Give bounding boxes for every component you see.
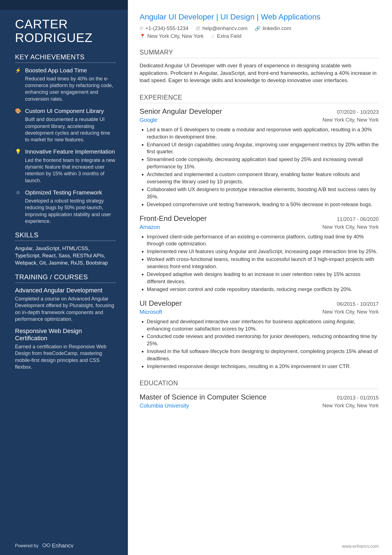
achievement-title: Custom UI Component Library: [25, 107, 116, 115]
brand-logo: Enhancv: [43, 542, 74, 549]
achievement-item: 💡 Innovative Feature Implementation Led …: [15, 148, 116, 184]
experience-title: Front-End Developer: [140, 214, 207, 223]
powered-by-label: Powered by: [15, 543, 39, 548]
skills-text: Angular, JavaScript, HTML/CSS, TypeScrip…: [15, 245, 116, 267]
experience-bullets: Led a team of 5 developers to create a m…: [140, 126, 379, 208]
experience-bullet: Conducted code reviews and provided ment…: [147, 333, 379, 347]
experience-bullet: Implemented new UI features using Angula…: [147, 248, 379, 255]
section-title-achievements: KEY ACHIEVEMENTS: [15, 53, 116, 63]
experience-item: Front-End Developer 11/2017 - 06/2020 Am…: [140, 214, 379, 293]
extra-text: Extra Field: [217, 33, 241, 39]
section-title-training: TRAINING / COURSES: [15, 273, 116, 283]
experience-bullets: Improved client-side performance of an e…: [140, 233, 379, 293]
experience-item: Senior Angular Developer 07/2020 - 10/20…: [140, 107, 379, 208]
course-desc: Earned a certification in Responsive Web…: [15, 343, 116, 370]
achievement-desc: Developed a robust testing strategy redu…: [25, 198, 116, 225]
infinity-icon: [43, 542, 50, 549]
phone-text: +1-(234)-555-1234: [145, 25, 188, 31]
summary-section: SUMMARY Dedicated Angular UI Developer w…: [140, 49, 379, 84]
link-text: linkedin.com: [262, 25, 291, 31]
experience-location: New York City, New York: [322, 309, 379, 315]
at-icon: @: [196, 26, 200, 31]
achievement-desc: Built and documented a reusable UI compo…: [25, 116, 116, 143]
experience-bullet: Streamlined code complexity, decreasing …: [147, 156, 379, 170]
section-title-experience: EXPERIENCE: [140, 94, 379, 103]
achievement-item: ☆ Optimized Testing Framework Developed …: [15, 189, 116, 225]
email-text: help@enhancv.com: [202, 25, 247, 31]
course-desc: Completed a course on Advanced Angular D…: [15, 295, 116, 322]
contact-location: 📍 New York City, New York: [140, 33, 204, 39]
course-item: Responsive Web Design Certification Earn…: [15, 327, 116, 370]
experience-bullet: Involved in the full software lifecycle …: [147, 348, 379, 362]
section-title-skills: SKILLS: [15, 231, 116, 241]
experience-bullet: Worked with cross-functional teams, resu…: [147, 256, 379, 270]
experience-dates: 06/2015 - 10/2017: [337, 301, 379, 307]
footer-left: Powered by Enhancv: [15, 542, 73, 549]
headline: Angular UI Developer | UI Design | Web A…: [140, 13, 379, 21]
achievement-desc: Reduced load times by 40% on the e-comme…: [25, 75, 116, 102]
education-title: Master of Science in Computer Science: [140, 393, 267, 401]
contact-link: 🔗 linkedin.com: [255, 25, 291, 31]
course-title: Advanced Angular Development: [15, 287, 116, 294]
experience-company: Google: [140, 117, 158, 123]
brand-name: Enhancv: [52, 542, 74, 549]
footer-url: www.enhancv.com: [342, 544, 379, 549]
experience-bullet: Led a team of 5 developers to create a m…: [147, 126, 379, 140]
education-item: Master of Science in Computer Science 01…: [140, 393, 379, 409]
candidate-name: CARTER RODRIGUEZ: [15, 18, 116, 45]
summary-text: Dedicated Angular UI Developer with over…: [140, 62, 379, 84]
main-content: Angular UI Developer | UI Design | Web A…: [128, 0, 392, 555]
section-title-education: EDUCATION: [140, 379, 379, 389]
location-icon: 📍: [140, 33, 145, 39]
experience-item: UI Developer 06/2015 - 10/2017 Microsoft…: [140, 299, 379, 370]
achievement-desc: Led the frontend team to integrate a new…: [25, 157, 116, 184]
experience-title: Senior Angular Developer: [140, 107, 222, 116]
achievement-title: Boosted App Load Time: [25, 67, 116, 74]
experience-section: EXPERIENCE Senior Angular Developer 07/2…: [140, 94, 379, 370]
achievement-icon: ☆: [15, 189, 21, 225]
experience-bullet: Managed version control and code reposit…: [147, 286, 379, 293]
experience-company: Amazon: [140, 224, 160, 230]
link-icon: 🔗: [255, 26, 260, 31]
experience-title: UI Developer: [140, 299, 182, 308]
education-school: Columbia University: [140, 403, 189, 409]
experience-bullet: Architected and implemented a custom com…: [147, 171, 379, 185]
contact-row-2: 📍 New York City, New York ☆ Extra Field: [140, 33, 379, 39]
experience-bullets: Designed and developed interactive user …: [140, 318, 379, 370]
achievement-icon: 💡: [15, 149, 21, 184]
achievement-item: ⚡ Boosted App Load Time Reduced load tim…: [15, 67, 116, 102]
achievement-item: 🎨 Custom UI Component Library Built and …: [15, 107, 116, 143]
experience-company: Microsoft: [140, 309, 162, 315]
experience-bullet: Enhanced UI design capabilities using An…: [147, 141, 379, 156]
experience-bullet: Implemented responsive design techniques…: [147, 363, 379, 370]
experience-dates: 11/2017 - 06/2020: [337, 216, 379, 222]
sidebar-accent-strip: [0, 0, 128, 10]
sidebar: CARTER RODRIGUEZ KEY ACHIEVEMENTS ⚡ Boos…: [0, 0, 128, 555]
experience-bullet: Improved client-side performance of an e…: [147, 233, 379, 248]
training-list: Advanced Angular Development Completed a…: [15, 287, 116, 370]
achievement-title: Innovative Feature Implementation: [25, 148, 116, 155]
experience-dates: 07/2020 - 10/2023: [337, 109, 379, 115]
location-text: New York City, New York: [147, 33, 204, 39]
achievement-icon: 🎨: [15, 108, 21, 143]
education-location: New York City, New York: [322, 403, 379, 409]
course-title: Responsive Web Design Certification: [15, 327, 116, 342]
achievement-icon: ⚡: [15, 67, 21, 102]
contact-extra: ☆ Extra Field: [211, 33, 241, 39]
achievements-list: ⚡ Boosted App Load Time Reduced load tim…: [15, 67, 116, 225]
phone-icon: ✆: [140, 26, 143, 31]
achievement-title: Optimized Testing Framework: [25, 189, 116, 196]
section-title-summary: SUMMARY: [140, 49, 379, 58]
experience-bullet: Designed and developed interactive user …: [147, 318, 379, 332]
contact-row: ✆ +1-(234)-555-1234 @ help@enhancv.com 🔗…: [140, 25, 379, 31]
experience-location: New York City, New York: [322, 224, 379, 230]
education-section: EDUCATION Master of Science in Computer …: [140, 379, 379, 409]
contact-phone: ✆ +1-(234)-555-1234: [140, 25, 188, 31]
course-item: Advanced Angular Development Completed a…: [15, 287, 116, 322]
experience-location: New York City, New York: [322, 117, 379, 123]
star-icon: ☆: [211, 33, 215, 39]
experience-bullet: Collaborated with UX designers to protot…: [147, 186, 379, 200]
experience-bullet: Developed comprehensive unit testing fra…: [147, 201, 379, 208]
contact-email: @ help@enhancv.com: [196, 25, 248, 31]
education-dates: 01/2013 - 01/2015: [337, 395, 379, 401]
